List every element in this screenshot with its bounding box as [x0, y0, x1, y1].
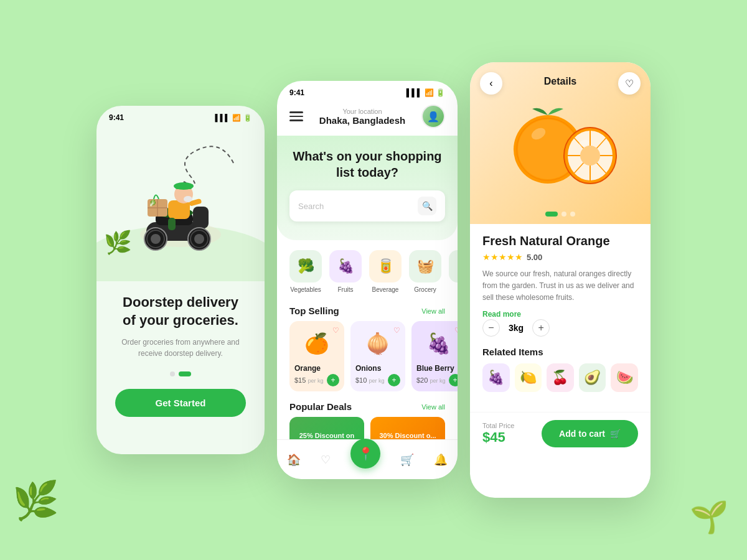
- onboarding-subtitle: Order groceries from anywhere and receiv…: [115, 337, 246, 359]
- related-items-row: 🍇 🍋 🍒 🥑 🍉: [482, 363, 638, 392]
- nav-cart[interactable]: 🛒: [400, 453, 414, 467]
- category-grocery[interactable]: 🧺 Grocery: [409, 250, 441, 293]
- add-to-cart-blueberry[interactable]: +: [449, 374, 458, 386]
- add-to-cart-label: Add to cart: [559, 429, 605, 439]
- orange-illustration: [498, 87, 622, 199]
- heart-icon-orange[interactable]: ♡: [332, 326, 339, 335]
- related-item-grapes[interactable]: 🍇: [482, 363, 510, 392]
- category-beverage[interactable]: 🥫 Beverage: [369, 250, 402, 293]
- nav-wishlist[interactable]: ♡: [321, 453, 331, 467]
- hero-dot-1: [545, 212, 558, 217]
- status-icons-1: ▌▌▌ 📶 🔋: [215, 114, 252, 122]
- related-item-cherry[interactable]: 🍒: [547, 363, 574, 392]
- read-more-link[interactable]: Read more: [482, 310, 521, 319]
- deal-label-2: 30% Discount o...: [379, 432, 436, 439]
- nav-notifications[interactable]: 🔔: [434, 453, 448, 467]
- related-item-lemon[interactable]: 🍋: [515, 363, 542, 392]
- battery-icon: 🔋: [243, 114, 252, 122]
- product-price-blueberry: $20 per kg: [416, 376, 445, 384]
- nav-location[interactable]: 📍: [350, 439, 380, 469]
- onboarding-content: Doorstep delivery of your groceries. Ord…: [96, 281, 265, 429]
- top-selling-view-all[interactable]: View all: [421, 307, 445, 315]
- svg-text:🌿: 🌿: [104, 229, 132, 256]
- battery-icon-2: 🔋: [436, 88, 445, 97]
- svg-point-10: [194, 234, 204, 244]
- search-bar[interactable]: Search 🔍: [289, 190, 445, 222]
- popular-deals-view-all[interactable]: View all: [421, 403, 445, 411]
- onboarding-screen: 9:41 ▌▌▌ 📶 🔋 🌿: [96, 106, 265, 454]
- category-icon-fruits: 🍇: [329, 250, 362, 282]
- wishlist-button[interactable]: ♡: [618, 72, 641, 95]
- user-avatar[interactable]: 👤: [421, 105, 445, 128]
- category-label-fruits: Fruits: [338, 286, 354, 293]
- related-item-avocado[interactable]: 🥑: [579, 363, 606, 392]
- dot-1: [170, 371, 175, 376]
- plant-decoration-left: 🌿: [12, 478, 59, 523]
- time-display: 9:41: [109, 113, 124, 122]
- wifi-icon: 📶: [232, 114, 241, 122]
- get-started-button[interactable]: Get Started: [115, 389, 246, 417]
- category-vegetables[interactable]: 🥦 Vegetables: [289, 250, 322, 293]
- product-name-onions: Onions: [355, 364, 400, 373]
- rating-value: 5.00: [527, 253, 542, 262]
- search-placeholder: Search: [298, 202, 324, 211]
- cart-icon: 🛒: [610, 429, 621, 439]
- star-rating: ★★★★★: [482, 252, 523, 262]
- product-hero: ‹ ♡ Details: [470, 62, 651, 224]
- heart-icon-onions[interactable]: ♡: [393, 326, 400, 335]
- back-icon: ‹: [489, 78, 492, 89]
- nav-home[interactable]: 🏠: [287, 453, 301, 467]
- svg-rect-18: [168, 218, 176, 230]
- price-label: Total Price: [482, 422, 514, 429]
- product-price-orange: $15 per kg: [294, 376, 323, 384]
- price-info: Total Price $45: [482, 422, 514, 446]
- signal-icon: ▌▌▌: [215, 114, 230, 121]
- quantity-row: − 3kg +: [482, 319, 638, 337]
- back-button[interactable]: ‹: [480, 72, 502, 95]
- hero-question: What's on your shopping list today?: [289, 148, 445, 180]
- add-to-cart-button[interactable]: Add to cart 🛒: [542, 420, 638, 447]
- signal-icon-2: ▌▌▌: [406, 88, 423, 97]
- category-fruits[interactable]: 🍇 Fruits: [329, 250, 362, 293]
- hamburger-menu[interactable]: [289, 111, 303, 121]
- svg-text:🥬: 🥬: [149, 199, 157, 207]
- product-blueberry[interactable]: ♡ 🍇 Blue Berry $20 per kg +: [411, 321, 458, 391]
- heart-icon-detail: ♡: [625, 78, 634, 90]
- category-label-beverage: Beverage: [372, 286, 399, 293]
- svg-rect-16: [175, 184, 192, 189]
- add-to-cart-onions[interactable]: +: [388, 374, 400, 386]
- search-icon[interactable]: 🔍: [418, 197, 436, 215]
- quantity-increase-button[interactable]: +: [532, 319, 550, 337]
- related-item-watermelon[interactable]: 🍉: [611, 363, 638, 392]
- status-bar-2: 9:41 ▌▌▌ 📶 🔋: [277, 81, 458, 101]
- categories-row: 🥦 Vegetables 🍇 Fruits 🥫 Beverage 🧺 Groce…: [277, 240, 458, 299]
- category-oil[interactable]: 🫙 oil: [449, 250, 458, 293]
- product-orange[interactable]: ♡ 🍊 Orange $15 per kg +: [289, 321, 344, 391]
- product-name-blueberry: Blue Berry: [416, 364, 458, 373]
- hero-illustration: 🌿: [96, 126, 265, 281]
- rating-row: ★★★★★ 5.00: [482, 252, 638, 262]
- hero-dot-3: [570, 212, 575, 217]
- product-img-orange: 🍊: [298, 326, 336, 360]
- add-to-cart-orange[interactable]: +: [327, 374, 339, 386]
- page-dots: [115, 371, 246, 376]
- quantity-value: 3kg: [509, 323, 524, 333]
- popular-deals-title: Popular Deals: [289, 401, 352, 412]
- details-screen: ‹ ♡ Details: [470, 62, 651, 498]
- products-row: ♡ 🍊 Orange $15 per kg + ♡ 🧅 Onions $10 p…: [277, 321, 458, 399]
- home-screen: 9:41 ▌▌▌ 📶 🔋 Your location Dhaka, Bangla…: [277, 81, 458, 479]
- quantity-decrease-button[interactable]: −: [482, 319, 500, 337]
- category-label-vegetables: Vegetables: [290, 286, 321, 293]
- popular-deals-header: Popular Deals View all: [289, 401, 445, 412]
- svg-rect-4: [193, 207, 209, 228]
- category-icon-oil: 🫙: [449, 250, 458, 282]
- product-name-detail: Fresh Natural Orange: [482, 234, 638, 248]
- product-onions[interactable]: ♡ 🧅 Onions $10 per kg +: [350, 321, 405, 391]
- category-label-grocery: Grocery: [414, 286, 436, 293]
- location-label: Your location: [319, 108, 405, 115]
- top-selling-title: Top Selling: [289, 306, 339, 316]
- location-info: Your location Dhaka, Bangladesh: [319, 108, 405, 126]
- heart-icon-blueberry[interactable]: ♡: [454, 326, 458, 335]
- product-description: We source our fresh, natural oranges dir…: [482, 268, 638, 304]
- svg-point-34: [580, 146, 600, 166]
